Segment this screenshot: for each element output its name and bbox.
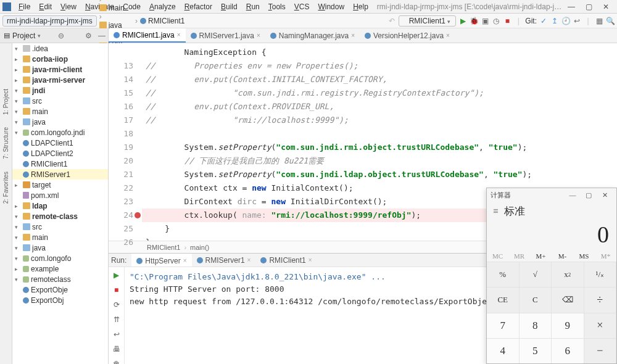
- menu-edit[interactable]: Edit: [35, 1, 56, 12]
- menu-tools[interactable]: Tools: [265, 1, 289, 12]
- tree-node[interactable]: ▾remoteclass: [12, 274, 108, 284]
- coverage-icon[interactable]: ▣: [481, 17, 489, 25]
- toolwindow-tab[interactable]: 7: Structure: [2, 125, 9, 162]
- calc-mem-mr[interactable]: MR: [508, 250, 530, 262]
- tree-node[interactable]: ▸example: [12, 263, 108, 274]
- menu-file[interactable]: File: [15, 1, 34, 12]
- print-icon[interactable]: 🖶: [113, 345, 120, 354]
- calculator-window[interactable]: 计算器 — ▢ ✕ ≡ 标准 0 MCMRM+M-MSM* %√x2¹/ₓCEC…: [486, 188, 617, 364]
- calc-key[interactable]: CE: [487, 287, 520, 312]
- calc-key[interactable]: 8: [520, 313, 552, 338]
- gear-icon[interactable]: ⊖: [58, 31, 64, 40]
- settings-icon[interactable]: ⚙: [85, 31, 92, 40]
- calc-titlebar[interactable]: 计算器 — ▢ ✕: [487, 188, 616, 202]
- trash-icon[interactable]: 🗑: [113, 360, 120, 364]
- debug-icon[interactable]: 🐞: [470, 17, 478, 25]
- menu-build[interactable]: Build: [217, 1, 241, 12]
- breadcrumb-item[interactable]: main: [99, 4, 133, 12]
- breadcrumb-file[interactable]: RMIClient1: [148, 17, 184, 25]
- tree-node[interactable]: ▾com.longofo.jndi: [12, 127, 108, 138]
- close-tab-icon[interactable]: ×: [446, 32, 450, 39]
- vcs-history-icon[interactable]: 🕘: [561, 17, 570, 25]
- structure-icon[interactable]: ▦: [595, 17, 603, 25]
- close-icon[interactable]: ✕: [597, 1, 615, 12]
- tree-node[interactable]: ▾main: [12, 106, 108, 117]
- run-tab[interactable]: RMIClient1 ×: [255, 254, 317, 267]
- calc-key[interactable]: 6: [552, 338, 584, 363]
- menu-run[interactable]: Run: [242, 1, 263, 12]
- run-tab[interactable]: HttpServer ×: [131, 254, 191, 267]
- tree-node[interactable]: LDAPClient2: [12, 148, 108, 159]
- calc-key[interactable]: ÷: [584, 287, 617, 312]
- calc-mem-mc[interactable]: MC: [487, 250, 508, 262]
- run-icon[interactable]: ▶: [458, 17, 467, 25]
- calc-key[interactable]: x2: [552, 262, 584, 287]
- calc-key[interactable]: ¹/ₓ: [584, 262, 617, 287]
- calc-key[interactable]: √: [520, 262, 552, 287]
- tree-node[interactable]: ▸corba-iiop: [12, 54, 108, 64]
- calc-key[interactable]: 4: [487, 338, 520, 363]
- file-tab[interactable]: RMIClient1.java×: [109, 28, 186, 43]
- tree-node[interactable]: LDAPClient1: [12, 138, 108, 148]
- toolwindow-tab[interactable]: 1: Project: [2, 86, 9, 117]
- menu-window[interactable]: Window: [314, 1, 348, 12]
- back-icon[interactable]: ↶: [387, 17, 396, 25]
- run-tab[interactable]: RMIServer1 ×: [192, 254, 256, 267]
- calc-key[interactable]: 5: [520, 338, 552, 363]
- calc-key[interactable]: ×: [584, 313, 617, 338]
- hide-panel-icon[interactable]: —: [98, 31, 106, 40]
- file-tab[interactable]: NamingManager.java×: [265, 28, 360, 43]
- tree-node[interactable]: ExportObje: [12, 284, 108, 295]
- tree-node[interactable]: ▾remote-class: [12, 211, 108, 221]
- tree-node[interactable]: ExportObj: [12, 295, 108, 305]
- calc-key[interactable]: 9: [552, 313, 584, 338]
- project-panel-title[interactable]: Project: [12, 31, 35, 40]
- calc-close-icon[interactable]: ✕: [597, 191, 613, 199]
- up-icon[interactable]: ⇈: [114, 315, 120, 324]
- vcs-revert-icon[interactable]: ↩: [573, 17, 581, 25]
- tree-node[interactable]: ▾.idea: [12, 43, 108, 54]
- menu-vcs[interactable]: VCS: [291, 1, 313, 12]
- menu-analyze[interactable]: Analyze: [146, 1, 180, 12]
- stop-icon[interactable]: ■: [503, 17, 511, 25]
- tree-node[interactable]: ▸ldap: [12, 201, 108, 211]
- calc-mem-m-[interactable]: M-: [552, 250, 573, 262]
- tree-node[interactable]: ▾src: [12, 221, 108, 232]
- tree-node[interactable]: ▸java-rmi-client: [12, 64, 108, 75]
- maximize-icon[interactable]: ▢: [580, 1, 597, 12]
- calc-minimize-icon[interactable]: —: [565, 191, 581, 199]
- vcs-push-icon[interactable]: ↥: [550, 17, 559, 25]
- tree-node[interactable]: ▸java-rmi-server: [12, 75, 108, 85]
- file-tab[interactable]: VersionHelper12.java×: [360, 28, 455, 43]
- tree-node[interactable]: RMIServer1: [12, 169, 108, 180]
- tree-node[interactable]: ▸target: [12, 180, 108, 190]
- run-config-select[interactable]: RMIClient1 ▾: [399, 15, 457, 27]
- tree-node[interactable]: ▾java: [12, 242, 108, 253]
- tree-node[interactable]: ▾main: [12, 232, 108, 242]
- tree-node[interactable]: ▾java: [12, 117, 108, 127]
- toolwindow-tab[interactable]: 2: Favorites: [2, 169, 9, 206]
- minimize-icon[interactable]: —: [563, 1, 580, 12]
- vcs-update-icon[interactable]: ✓: [539, 17, 548, 25]
- profile-icon[interactable]: ◷: [492, 17, 500, 25]
- close-tab-icon[interactable]: ×: [177, 31, 181, 38]
- tree-node[interactable]: ▾com.longofo: [12, 253, 108, 263]
- calc-key[interactable]: ⌫: [552, 287, 584, 312]
- rerun-icon[interactable]: ▶: [114, 271, 119, 279]
- file-tab[interactable]: RMIServer1.java×: [186, 28, 265, 43]
- tree-node[interactable]: pom.xml: [12, 190, 108, 201]
- stop-run-icon[interactable]: ■: [114, 286, 118, 294]
- menu-help[interactable]: Help: [349, 1, 372, 12]
- calc-key[interactable]: %: [487, 262, 520, 287]
- close-tab-icon[interactable]: ×: [257, 32, 260, 39]
- calc-key[interactable]: −: [584, 338, 617, 363]
- tree-node[interactable]: RMIClient1: [12, 159, 108, 169]
- menu-refactor[interactable]: Refactor: [181, 1, 216, 12]
- tree-node[interactable]: ▾jndi: [12, 85, 108, 96]
- line-gutter[interactable]: 1314151617181920212223242526: [109, 43, 142, 241]
- wrap-icon[interactable]: ↩: [114, 330, 120, 339]
- tree-node[interactable]: ▾src: [12, 96, 108, 106]
- calc-mem-m+[interactable]: M+: [530, 250, 552, 262]
- project-badge[interactable]: rmi-jndi-ldap-jrmp-jmx-jms: [2, 15, 97, 27]
- calc-key[interactable]: C: [520, 287, 552, 312]
